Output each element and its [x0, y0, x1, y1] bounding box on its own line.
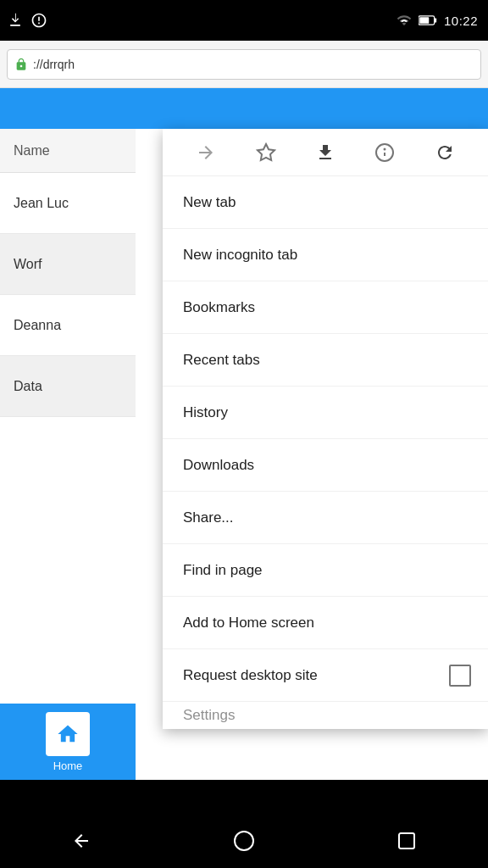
- address-text: ://drrqrh: [33, 58, 75, 71]
- menu-item-share[interactable]: Share...: [163, 492, 488, 544]
- back-triangle-icon: [71, 831, 92, 851]
- menu-item-bookmarks-label: Bookmarks: [183, 299, 255, 316]
- row-deanna: Deanna: [14, 318, 61, 333]
- menu-toolbar: [163, 129, 488, 176]
- cat-icon: [30, 12, 47, 29]
- menu-item-settings-label: Settings: [183, 707, 235, 724]
- signal-icon: [396, 13, 412, 28]
- menu-item-settings[interactable]: Settings: [163, 702, 488, 729]
- home-circle-icon: [233, 830, 255, 852]
- menu-item-new-incognito-tab-label: New incognito tab: [183, 247, 297, 264]
- menu-item-request-desktop[interactable]: Request desktop site: [163, 649, 488, 702]
- table-column-name: Name: [14, 143, 50, 159]
- address-bar[interactable]: ://drrqrh: [7, 49, 481, 80]
- reload-button[interactable]: [428, 136, 462, 170]
- status-bar: 10:22: [0, 0, 488, 41]
- menu-item-new-incognito-tab[interactable]: New incognito tab: [163, 229, 488, 281]
- menu-item-add-to-home-label: Add to Home screen: [183, 615, 314, 632]
- info-button[interactable]: [368, 136, 402, 170]
- svg-point-6: [235, 832, 253, 850]
- menu-item-add-to-home[interactable]: Add to Home screen: [163, 597, 488, 649]
- row-data: Data: [14, 379, 42, 394]
- page-header-bar: [0, 88, 488, 129]
- row-worf: Worf: [14, 257, 42, 272]
- table-row: Worf: [0, 234, 136, 295]
- table-row: Jean Luc: [0, 173, 136, 234]
- svg-rect-2: [419, 17, 429, 24]
- forward-button[interactable]: [189, 136, 223, 170]
- menu-item-find-in-page-label: Find in page: [183, 562, 263, 579]
- svg-rect-1: [435, 18, 437, 22]
- info-icon: [374, 142, 395, 163]
- content-table: Name Jean Luc Worf Deanna Data: [0, 129, 136, 417]
- menu-item-share-label: Share...: [183, 509, 234, 526]
- browser-bar: ://drrqrh: [0, 41, 488, 88]
- menu-item-recent-tabs-label: Recent tabs: [183, 352, 260, 369]
- home-nav-button[interactable]: [46, 712, 90, 756]
- battery-icon: [419, 13, 437, 28]
- recents-square-icon: [397, 832, 416, 850]
- menu-item-history-label: History: [183, 404, 228, 421]
- menu-item-new-tab[interactable]: New tab: [163, 176, 488, 229]
- recents-button[interactable]: [386, 821, 427, 861]
- menu-item-downloads-label: Downloads: [183, 457, 254, 474]
- bookmark-button[interactable]: [249, 136, 283, 170]
- home-button[interactable]: [224, 821, 264, 861]
- table-row: Deanna: [0, 295, 136, 356]
- menu-item-request-desktop-label: Request desktop site: [183, 667, 318, 684]
- download-status-icon: [7, 12, 24, 29]
- forward-arrow-icon: [196, 142, 216, 163]
- bottom-nav-area: Home: [0, 704, 136, 780]
- back-button[interactable]: [61, 821, 102, 861]
- menu-item-recent-tabs[interactable]: Recent tabs: [163, 334, 488, 387]
- svg-rect-7: [399, 833, 414, 849]
- lock-icon: [14, 58, 28, 71]
- menu-item-history[interactable]: History: [163, 387, 488, 439]
- status-time: 10:22: [444, 14, 478, 28]
- menu-item-find-in-page[interactable]: Find in page: [163, 544, 488, 597]
- reload-icon: [435, 142, 455, 163]
- menu-item-downloads[interactable]: Downloads: [163, 439, 488, 492]
- menu-item-new-tab-label: New tab: [183, 194, 236, 211]
- star-icon: [256, 142, 276, 163]
- download-button[interactable]: [308, 136, 342, 170]
- download-icon: [315, 142, 336, 163]
- request-desktop-checkbox[interactable]: [449, 665, 471, 687]
- browser-menu-dropdown: New tab New incognito tab Bookmarks Rece…: [163, 129, 488, 729]
- table-row: Data: [0, 356, 136, 417]
- home-label: Home: [53, 760, 83, 772]
- table-header-row: Name: [0, 129, 136, 173]
- status-bar-left-icons: [7, 0, 47, 41]
- menu-item-bookmarks[interactable]: Bookmarks: [163, 281, 488, 334]
- android-nav-bar: [0, 814, 488, 868]
- home-icon: [56, 722, 80, 746]
- row-jean-luc: Jean Luc: [14, 196, 69, 211]
